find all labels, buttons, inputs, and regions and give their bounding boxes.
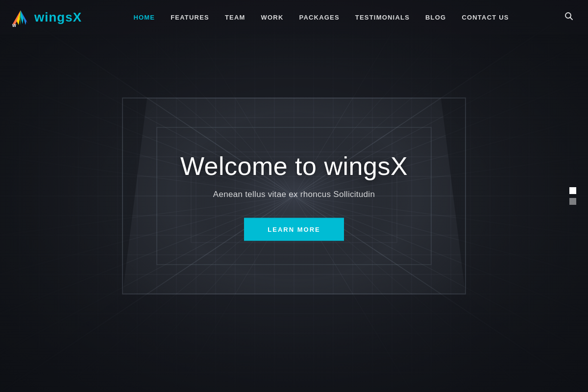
nav-link-team[interactable]: TEAM xyxy=(225,14,245,21)
svg-text:w: w xyxy=(12,23,16,28)
nav-link-home[interactable]: HOME xyxy=(133,14,155,21)
nav-item-work[interactable]: WORK xyxy=(261,13,284,22)
logo-letter-w: w xyxy=(34,10,45,24)
logo-letters-ings: ings xyxy=(45,10,73,24)
learn-more-button[interactable]: LEARN MORE xyxy=(244,218,343,241)
logo-letter-x: X xyxy=(73,10,82,24)
logo[interactable]: w wingsX xyxy=(10,6,82,28)
nav-link-packages[interactable]: PACKAGES xyxy=(299,14,340,21)
nav-item-team[interactable]: TEAM xyxy=(225,13,245,22)
nav-link-work[interactable]: WORK xyxy=(261,14,284,21)
nav-item-blog[interactable]: BLOG xyxy=(425,13,446,22)
nav-item-testimonials[interactable]: TESTIMONIALS xyxy=(355,13,410,22)
nav-item-contact[interactable]: CONTACT US xyxy=(462,13,509,22)
search-icon[interactable] xyxy=(564,12,573,23)
navbar: w wingsX HOME FEATURES TEAM WORK PACKAGE… xyxy=(0,0,588,34)
hero-subtitle: Aenean tellus vitae ex rhoncus Sollicitu… xyxy=(122,190,466,199)
slide-dot-1[interactable] xyxy=(569,187,576,194)
svg-marker-95 xyxy=(21,10,24,24)
nav-menu: HOME FEATURES TEAM WORK PACKAGES TESTIMO… xyxy=(133,13,509,22)
nav-link-blog[interactable]: BLOG xyxy=(425,14,446,21)
hero-section: w wingsX HOME FEATURES TEAM WORK PACKAGE… xyxy=(0,0,588,392)
svg-line-100 xyxy=(570,18,573,20)
logo-wing-icon: w xyxy=(10,6,31,28)
hero-title: Welcome to wingsX xyxy=(122,151,466,181)
nav-item-features[interactable]: FEATURES xyxy=(171,13,209,22)
slide-dot-2[interactable] xyxy=(569,198,576,205)
hero-content: Welcome to wingsX Aenean tellus vitae ex… xyxy=(122,151,466,241)
logo-text-wings: wingsX xyxy=(34,10,82,25)
nav-link-contact[interactable]: CONTACT US xyxy=(462,14,509,21)
slide-indicators xyxy=(569,187,576,205)
nav-link-features[interactable]: FEATURES xyxy=(171,14,209,21)
nav-item-packages[interactable]: PACKAGES xyxy=(299,13,340,22)
nav-item-home[interactable]: HOME xyxy=(133,13,155,22)
nav-link-testimonials[interactable]: TESTIMONIALS xyxy=(355,14,410,21)
